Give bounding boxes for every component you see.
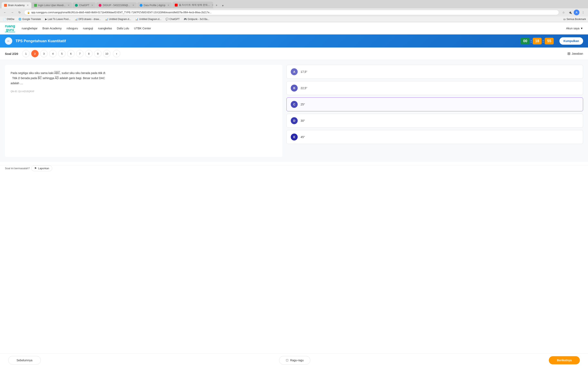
forward-nav-button[interactable]: → [9, 9, 15, 15]
tab-close-data[interactable]: ✕ [167, 4, 169, 7]
answer-option-d[interactable]: D 30° [286, 114, 583, 128]
q-num-6[interactable]: 6 [67, 50, 75, 57]
akun-saya-label: Akun saya [566, 27, 579, 30]
q-num-3[interactable]: 3 [40, 50, 48, 57]
jawaban-label: Jawaban [572, 52, 583, 55]
bookmark-leave-label: Last To Leave Pool... [48, 18, 71, 21]
tab-chatgpt[interactable]: ChatGPT ✕ [72, 2, 96, 8]
nav-ruangkelas[interactable]: ruangkelas [98, 27, 112, 30]
address-bar-row: ← → ↻ 🔒 app.ruangguru.com/ruanguji/sma/8… [0, 8, 588, 17]
kumpulkan-button[interactable]: Kumpulkan [559, 37, 583, 45]
back-button[interactable]: ← [5, 37, 12, 45]
tab-label-youtube: 필 A사이트 해제 방해 완워... [179, 3, 210, 7]
url-text: app.ruangguru.com/ruanguji/sma/8b1f61cb-… [31, 11, 556, 14]
tab-close-chatgpt[interactable]: ✕ [91, 4, 93, 7]
timer-group: 00 : 18 : 55 [521, 38, 553, 44]
new-tab-button[interactable]: + [214, 2, 219, 8]
logo[interactable]: ruang guru [5, 24, 15, 32]
nav-utbk-center[interactable]: UTBK Center [134, 27, 151, 30]
timer-seconds: 55 [545, 38, 554, 44]
address-bar-actions: ☆ 🔌 A ⋮ [561, 9, 586, 15]
nav-ruanguji[interactable]: ruanguji [83, 27, 93, 30]
q-text-mid4: berada pada [20, 76, 38, 80]
bookmark-translate-label: Google Translate [22, 18, 41, 21]
q-text-b: B [103, 71, 105, 75]
bookmark-chatgpt[interactable]: 💬 ChatGPT [165, 17, 181, 21]
bookmark-dwdw[interactable]: 📄 DWDw [2, 17, 15, 21]
answer-option-e[interactable]: E 45° [286, 130, 583, 144]
tab-brain-academy[interactable]: Brain Academy ✕ [2, 2, 31, 8]
answer-text-a: 17,5° [301, 70, 307, 73]
bookmark-gridpunk[interactable]: 🎮 Gridpunk - 3v3 Ba... [183, 17, 210, 21]
q-num-4[interactable]: 4 [49, 50, 57, 57]
laporkan-button[interactable]: ⚑ Laporkan [31, 165, 52, 171]
q-num-8[interactable]: 8 [85, 50, 93, 57]
q-text-mid6: adalah garis bagi. Besar sudut [59, 76, 99, 80]
timer-hours: 00 [521, 38, 530, 44]
tab-label-digiup: DIGIUP - 543221069@... [103, 4, 130, 7]
address-bar[interactable]: 🔒 app.ruangguru.com/ruanguji/sma/8b1f61c… [24, 10, 559, 15]
answer-option-a[interactable]: A 17,5° [286, 65, 583, 79]
q-text-mid3: Titik [11, 76, 18, 80]
back-nav-button[interactable]: ← [2, 9, 8, 15]
bookmarks-folder-label: Semua Bookmark [567, 18, 586, 21]
q-num-1[interactable]: 1 [22, 50, 30, 57]
nav-dafa-lulu[interactable]: Dafa Lulu [117, 27, 129, 30]
bookmark-last-to-leave[interactable]: ▶ Last To Leave Pool... [44, 17, 71, 21]
q-num-2[interactable]: 2 [31, 50, 39, 57]
jawaban-button[interactable]: ⊞ Jawaban [567, 51, 583, 56]
exam-title: TPS Pengetahuan Kuantitatif [16, 39, 517, 43]
tab-close-ingin[interactable]: ✕ [68, 4, 70, 7]
answer-letter-e: E [291, 133, 298, 141]
tab-favicon-ingin [34, 4, 37, 7]
tab-data-profile[interactable]: Data Profile | digiUp ✕ [137, 2, 172, 8]
answer-text-e: 45° [301, 135, 305, 139]
extension-button[interactable]: 🔌 [567, 9, 573, 15]
bookmark-untitled2[interactable]: 📊 Untitled Diagram.d... [134, 17, 162, 21]
tab-youtube[interactable]: 필 A사이트 해제 방해 완워... ✕ [172, 2, 213, 8]
qn-id: QN-ID: QU-HZU5QRXF [11, 90, 277, 92]
top-nav: ruang guru ruangbelajar Brain Academy ro… [0, 22, 588, 34]
q-num-7[interactable]: 7 [76, 50, 84, 57]
question-nav: Soal 2/20 1 2 3 4 5 6 7 8 9 10 › ⊞ Jawab… [0, 48, 588, 60]
tab-close-digiup[interactable]: ✕ [132, 4, 134, 7]
page: ruang guru ruangbelajar Brain Academy ro… [0, 22, 588, 365]
tab-close-brain[interactable]: ✕ [27, 4, 29, 7]
reload-button[interactable]: ↻ [17, 9, 22, 15]
q-num-9[interactable]: 9 [94, 50, 102, 57]
akun-dropdown-icon: ▼ [580, 27, 583, 30]
akun-saya-button[interactable]: Akun saya ▼ [566, 27, 583, 30]
exam-header: ← TPS Pengetahuan Kuantitatif 00 : 18 : … [0, 34, 588, 48]
folder-icon: 🗂 [563, 18, 566, 21]
q-text-dac: DAC [99, 76, 105, 80]
tab-close-youtube[interactable]: ✕ [212, 4, 213, 7]
bookmarks-folder[interactable]: 🗂 Semua Bookmark [563, 18, 586, 21]
lock-icon: 🔒 [27, 11, 30, 14]
q-num-10[interactable]: 10 [103, 50, 111, 57]
soal-label: Soal 2/20 [5, 52, 18, 55]
answer-option-c[interactable]: C 25° [286, 98, 583, 111]
menu-button[interactable]: ⋮ [580, 9, 586, 15]
tab-digiup[interactable]: DIGIUP - 543221069@... ✕ [96, 2, 137, 8]
nav-ruangbelajar[interactable]: ruangbelajar [22, 27, 38, 30]
bookmark-dfd[interactable]: 📊 DFD.drawio - draw... [74, 17, 102, 21]
nav-brain-academy[interactable]: Brain Academy [43, 27, 62, 30]
q-num-5[interactable]: 5 [58, 50, 66, 57]
tab-ingin-lolos[interactable]: Ingin Lolos Ujian Mandi... ✕ [32, 2, 72, 8]
sebelumnya-button[interactable]: Sebelumnya [8, 356, 41, 365]
timer-colon-2: : [543, 39, 544, 43]
berikutnya-button[interactable]: Berikutnya [549, 356, 580, 364]
star-button[interactable]: ☆ [561, 9, 566, 15]
account-button[interactable]: A [574, 9, 579, 15]
bookmark-google-translate[interactable]: 🌐 Google Translate [17, 17, 42, 21]
q-nav-next-button[interactable]: › [113, 50, 120, 57]
answer-option-b[interactable]: B 22,5° [286, 81, 583, 95]
answer-letter-c: C [291, 101, 298, 108]
answers-panel: A 17,5° B 22,5° C 25° D 30° E 45° [286, 65, 583, 157]
bookmark-untitled1[interactable]: 📊 Untitled Diagram.d... [104, 17, 132, 21]
ragu-button[interactable]: ☐ Ragu-ragu [279, 356, 310, 365]
nav-roboguru[interactable]: roboguru [67, 27, 78, 30]
answer-letter-d: D [291, 117, 298, 124]
bookmark-dwdw-icon: 📄 [3, 18, 6, 21]
tab-overflow-arrow[interactable]: ▼ [220, 3, 226, 8]
